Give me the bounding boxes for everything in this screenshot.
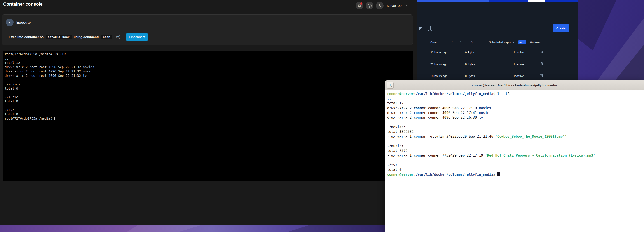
terminal-line bbox=[5, 78, 413, 82]
trash-icon[interactable] bbox=[540, 62, 544, 66]
exec-user-chip: default user bbox=[46, 35, 72, 39]
column-menu-icon[interactable]: ⋮ bbox=[451, 41, 454, 43]
cell-created: 21 hours ago bbox=[430, 62, 448, 66]
cell-size: 0 Bytes bbox=[465, 74, 475, 77]
terminal-line: conner@server:/var/lib/docker/volumes/je… bbox=[387, 172, 644, 177]
terminal-line: ./music: bbox=[5, 95, 413, 100]
terminal-line: total 12 bbox=[387, 101, 644, 106]
terminal-line: -rwxrwxr-x 1 conner jellyfin 3402265529 … bbox=[387, 135, 644, 139]
terminal-line: total 12 bbox=[5, 61, 413, 65]
terminal-line: root@7276cdb1755a:/media# ls -lR bbox=[5, 52, 413, 57]
column-header-scheduled-exports[interactable]: Scheduled exports bbox=[489, 41, 514, 44]
terminal-line: drwxr-xr-x 2 conner conner 4096 Sep 22 1… bbox=[387, 106, 644, 111]
cell-size: 0 Bytes bbox=[465, 50, 475, 54]
column-menu-icon[interactable]: ⋮ bbox=[459, 41, 462, 43]
terminal-line: total 0 bbox=[5, 112, 413, 117]
terminal-line bbox=[387, 120, 644, 125]
notification-dot bbox=[360, 2, 362, 4]
status-badge: Inactive bbox=[514, 50, 524, 54]
browser-tab-highlight bbox=[417, 0, 490, 2]
browser-toolbar-button[interactable] bbox=[528, 0, 545, 2]
browser-top-bar bbox=[417, 0, 578, 2]
terminal-line: total 0 bbox=[387, 168, 644, 172]
terminal-line: ./tv: bbox=[5, 108, 413, 112]
question-icon: ? bbox=[368, 4, 372, 8]
trash-icon[interactable] bbox=[540, 73, 544, 78]
copy-icon[interactable] bbox=[531, 64, 531, 68]
column-menu-icon[interactable]: ⋮ bbox=[424, 41, 426, 43]
column-header-created[interactable]: Crea… bbox=[430, 41, 439, 44]
chevron-down-icon[interactable] bbox=[406, 4, 408, 6]
status-badge: Inactive bbox=[514, 74, 524, 77]
table-row[interactable]: 18 hours ago 0 Bytes Inactive bbox=[417, 70, 578, 82]
exec-command-chip: bash bbox=[101, 35, 112, 39]
status-badge: Inactive bbox=[514, 62, 524, 66]
notifications-button[interactable] bbox=[356, 2, 363, 9]
exec-description-text: Exec into container as bbox=[9, 35, 44, 39]
terminal-prompt-icon: >_ bbox=[6, 18, 14, 26]
terminal-line: ./movies: bbox=[5, 82, 413, 87]
terminal-window-title: conner@server: /var/lib/docker/volumes/j… bbox=[385, 80, 644, 90]
filter-icon[interactable] bbox=[418, 27, 423, 30]
user-icon bbox=[378, 3, 382, 8]
container-terminal[interactable]: root@7276cdb1755a:/media# ls -lR.:total … bbox=[3, 51, 413, 181]
terminal-line: drwxr-xr-x 2 root root 4096 Sep 22 21:32… bbox=[5, 74, 413, 78]
terminal-line bbox=[5, 104, 413, 108]
column-separator bbox=[427, 40, 428, 44]
copy-icon[interactable] bbox=[531, 52, 531, 56]
user-menu-label[interactable]: server_00 bbox=[387, 4, 402, 7]
cell-created: 18 hours ago bbox=[430, 74, 448, 77]
terminal-line: total 0 bbox=[5, 100, 413, 104]
terminal-titlebar[interactable]: + conner@server: /var/lib/docker/volumes… bbox=[385, 80, 644, 90]
trash-icon[interactable] bbox=[540, 50, 544, 55]
terminal-line: drwxr-xr-x 2 conner conner 4096 Sep 22 1… bbox=[387, 111, 644, 116]
column-header-actions: Actions bbox=[530, 41, 540, 44]
execute-card-title: Execute bbox=[16, 20, 31, 25]
create-button[interactable]: Create bbox=[553, 24, 569, 32]
columns-icon[interactable] bbox=[428, 25, 432, 31]
terminal-cursor bbox=[498, 172, 500, 177]
terminal-line: .: bbox=[387, 97, 644, 101]
terminal-line: -rwxrwxr-x 1 conner conner 7752429 Sep 2… bbox=[387, 154, 644, 158]
column-separator bbox=[478, 40, 478, 44]
terminal-line: conner@server:/var/lib/docker/volumes/je… bbox=[387, 92, 644, 97]
terminal-line: root@7276cdb1755a:/media# bbox=[5, 117, 413, 121]
exec-description-text-2: using command bbox=[74, 35, 99, 39]
terminal-line: ./music: bbox=[387, 144, 644, 149]
host-terminal[interactable]: conner@server:/var/lib/docker/volumes/je… bbox=[385, 90, 644, 232]
terminal-line: ./tv: bbox=[387, 163, 644, 168]
terminal-line: ./movies: bbox=[387, 125, 644, 130]
terminal-line bbox=[387, 139, 644, 144]
terminal-line: drwxr-xr-x 2 root root 4096 Sep 22 21:32… bbox=[5, 65, 413, 69]
user-avatar-button[interactable] bbox=[376, 2, 384, 9]
container-console-window: Container console ? server_00 >_ Execute bbox=[0, 0, 417, 225]
header-actions: ? server_00 bbox=[356, 2, 408, 9]
terminal-line bbox=[387, 158, 644, 163]
execute-card-header: >_ Execute bbox=[2, 15, 413, 30]
beta-badge: BETA bbox=[518, 40, 526, 44]
table-row[interactable]: 22 hours ago 0 Bytes Inactive bbox=[417, 46, 578, 58]
disconnect-button[interactable]: Disconnect bbox=[126, 33, 149, 41]
gnome-terminal-window: + conner@server: /var/lib/docker/volumes… bbox=[385, 80, 644, 232]
table-row[interactable]: 21 hours ago 0 Bytes Inactive bbox=[417, 58, 578, 70]
terminal-line bbox=[5, 91, 413, 95]
terminal-line: .: bbox=[5, 57, 413, 61]
terminal-line: total 3322532 bbox=[387, 130, 644, 135]
terminal-line: total 0 bbox=[5, 87, 413, 91]
execute-card-body: Exec into container as default user usin… bbox=[2, 30, 413, 44]
copy-icon[interactable] bbox=[531, 76, 531, 80]
help-button[interactable]: ? bbox=[366, 2, 374, 9]
terminal-line: drwxr-xr-x 2 root root 4096 Sep 22 21:32… bbox=[5, 69, 413, 74]
execute-card: >_ Execute Exec into container as defaul… bbox=[2, 14, 413, 45]
terminal-line: total 7572 bbox=[387, 149, 644, 154]
terminal-cursor bbox=[54, 117, 56, 120]
column-header-size[interactable]: S… bbox=[470, 41, 475, 44]
column-separator bbox=[455, 40, 456, 44]
exec-help-icon[interactable]: ? bbox=[116, 35, 120, 39]
cell-size: 0 Bytes bbox=[465, 62, 475, 66]
cell-created: 22 hours ago bbox=[430, 50, 448, 54]
table-body: 22 hours ago 0 Bytes Inactive 21 hours a… bbox=[417, 46, 578, 82]
table-header: ⋮ Crea… ⋮ ⋮ S… ⋮ Scheduled exports BETA … bbox=[417, 38, 578, 46]
column-menu-icon[interactable]: ⋮ bbox=[482, 41, 484, 43]
terminal-line: drwxr-xr-x 2 conner conner 4096 Sep 22 1… bbox=[387, 116, 644, 120]
